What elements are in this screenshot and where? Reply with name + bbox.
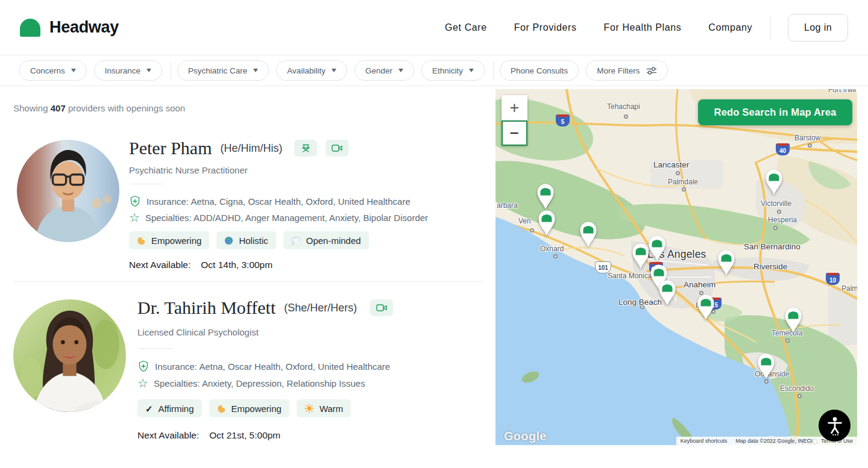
- map-pin[interactable]: [657, 279, 678, 306]
- shield-plus-icon: [129, 195, 141, 207]
- keyboard-shortcuts-link[interactable]: Keyboard shortcuts: [676, 437, 732, 445]
- insurance-row: Insurance: Aetna, Oscar Health, Oxford, …: [137, 360, 390, 372]
- next-available-row: Next Available: Oct 21st, 5:00pm: [137, 430, 280, 441]
- map-pin[interactable]: [783, 306, 804, 333]
- headway-logo-icon: [20, 19, 40, 37]
- specialties-values: ADD/ADHD, Anger Management, Anxiety, Bip…: [193, 213, 428, 223]
- provider-title: Licensed Clinical Psychologist: [137, 327, 259, 337]
- map-pin[interactable]: [716, 249, 737, 276]
- map-pin[interactable]: [756, 352, 776, 379]
- map-label: Fort Irwin: [828, 89, 857, 94]
- filter-insurance[interactable]: Insurance: [94, 60, 162, 81]
- trait-chip: Empowering: [209, 399, 289, 417]
- trait-chip: Open-minded: [283, 231, 369, 249]
- filter-gender[interactable]: Gender: [354, 60, 414, 81]
- trait-label: Holistic: [239, 236, 268, 246]
- provider-name-row: Peter Pham (He/Him/His): [129, 138, 348, 158]
- filter-more-filters-label: More Filters: [597, 66, 640, 75]
- interstate-shield: 5: [556, 114, 570, 126]
- town-dot: [682, 187, 686, 192]
- nav-for-health-plans[interactable]: For Health Plans: [604, 22, 682, 33]
- trait-label: Empowering: [231, 404, 281, 414]
- headway-provider-search-page: Headway Get Care For Providers For Healt…: [0, 0, 868, 468]
- town-dot: [676, 171, 680, 175]
- primary-nav: Get Care For Providers For Health Plans …: [445, 22, 752, 33]
- muscle-icon: [137, 236, 146, 245]
- filter-psychiatric-care[interactable]: Psychiatric Care: [177, 60, 269, 81]
- map-zoom-out-button[interactable]: −: [502, 120, 527, 146]
- filter-more-filters[interactable]: More Filters: [586, 60, 667, 81]
- map-pin[interactable]: [764, 168, 784, 195]
- card-mini-divider: [139, 348, 172, 349]
- thought-bubble-icon: [291, 236, 301, 245]
- video-icon: [376, 304, 388, 312]
- map-data-attribution: Map data ©2022 Google, INEGI: [731, 437, 817, 445]
- specialties-values: Anxiety, Depression, Relationship Issues: [202, 378, 365, 388]
- filter-concerns[interactable]: Concerns: [19, 60, 87, 81]
- provider-name-row: Dr. Tahirih Moffett (She/Her/Hers): [137, 298, 393, 318]
- sliders-icon: [646, 67, 657, 75]
- filter-phone-consults[interactable]: Phone Consults: [500, 60, 579, 81]
- trait-label: Warm: [319, 404, 343, 414]
- filter-ethnicity[interactable]: Ethnicity: [421, 60, 485, 81]
- map-panel[interactable]: 5 40 101 605 10 15 Fort Irwin Tehachapi …: [495, 89, 857, 445]
- headway-logo[interactable]: Headway: [20, 18, 119, 37]
- town-dot: [530, 228, 534, 232]
- map-label: Riverside: [753, 262, 787, 271]
- town-dot: [785, 339, 790, 343]
- map-pin[interactable]: [696, 293, 716, 320]
- map-pin[interactable]: [536, 209, 557, 236]
- map-label: Lancaster: [653, 160, 689, 169]
- chevron-down-icon: [146, 69, 151, 72]
- nav-company[interactable]: Company: [708, 22, 752, 33]
- map-label: Anaheim: [684, 280, 715, 289]
- chevron-down-icon: [253, 69, 258, 72]
- shield-plus-icon: [137, 360, 149, 372]
- nav-divider: [770, 16, 771, 39]
- map-pin[interactable]: [631, 242, 651, 269]
- map-label: Long Beach: [618, 298, 662, 307]
- filter-availability[interactable]: Availability: [276, 60, 347, 81]
- provider-avatar[interactable]: [13, 299, 126, 412]
- filter-group-divider: [171, 61, 171, 80]
- provider-name[interactable]: Dr. Tahirih Moffett: [137, 298, 275, 318]
- provider-title: Psychiatric Nurse Practitioner: [129, 165, 248, 175]
- map-label: arbara: [497, 201, 518, 210]
- nav-for-providers[interactable]: For Providers: [514, 22, 577, 33]
- video-visit-badge: [326, 140, 348, 157]
- next-available-label: Next Available:: [137, 430, 199, 441]
- trait-chip: Warm: [297, 399, 351, 417]
- map-zoom-in-button[interactable]: +: [502, 95, 527, 120]
- google-logo[interactable]: Google: [504, 429, 547, 443]
- provider-name[interactable]: Peter Pham: [129, 138, 212, 158]
- filter-gender-label: Gender: [365, 66, 392, 75]
- map-label: Palm Springs: [841, 284, 857, 293]
- trait-label: Open-minded: [306, 236, 361, 246]
- redo-search-button[interactable]: Redo Search in Map Area: [698, 99, 852, 125]
- login-button[interactable]: Log in: [788, 14, 848, 42]
- interstate-shield: 10: [826, 273, 840, 285]
- accessibility-button[interactable]: [819, 410, 851, 441]
- map-pin[interactable]: [578, 220, 599, 248]
- insurance-row: Insurance: Aetna, Cigna, Oscar Health, O…: [129, 195, 410, 207]
- map-label: San Bernardino: [744, 242, 800, 251]
- trait-label: Affirming: [159, 404, 194, 414]
- provider-avatar[interactable]: [17, 140, 119, 242]
- shield-number: 10: [829, 277, 836, 284]
- town-dot: [777, 210, 781, 214]
- shield-number: 101: [598, 264, 608, 271]
- card-mini-divider: [130, 184, 164, 184]
- summary-suffix: providers with openings soon: [68, 103, 185, 113]
- map-pin[interactable]: [535, 183, 556, 210]
- town-dot: [773, 226, 778, 230]
- in-person-badge: [294, 140, 317, 157]
- summary-count: 407: [51, 103, 66, 113]
- chevron-down-icon: [71, 69, 76, 72]
- star-icon: ☆: [137, 377, 148, 389]
- next-available-row: Next Available: Oct 14th, 3:00pm: [129, 260, 272, 270]
- shield-number: 5: [561, 119, 565, 125]
- top-nav-bar: Headway Get Care For Providers For Healt…: [0, 0, 868, 55]
- nav-get-care[interactable]: Get Care: [445, 22, 487, 33]
- map-label: Ven: [518, 217, 531, 225]
- town-dot: [553, 254, 558, 258]
